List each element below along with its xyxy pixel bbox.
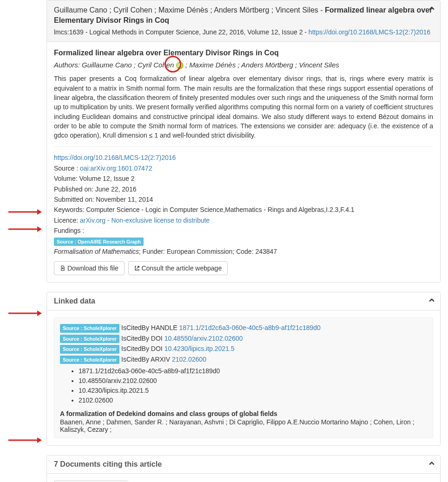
- chevron-up-icon: [429, 461, 435, 466]
- article-panel: Guillaume Cano ; Cyril Cohen ; Maxime Dé…: [46, 0, 441, 283]
- linked-data-title: Linked data: [54, 297, 433, 305]
- orcid-icon[interactable]: iD: [176, 62, 184, 69]
- article-title: Formalized linear algebra over Elementar…: [54, 49, 433, 57]
- authors-line: Authors: Guillaume Cano ; Cyril Cohen iD…: [54, 61, 433, 69]
- scholexplorer-badge: Source : ScholeXplorer: [60, 345, 119, 354]
- fundings-label: Fundings :: [54, 225, 433, 236]
- linked-id-link[interactable]: 1871.1/21d2c6a3-060e-40c5-a8b9-af1f21c18…: [179, 324, 321, 331]
- linked-relation: IsCitedBy DOI: [121, 335, 165, 342]
- submitted-line: Submitted on: November 11, 2014: [54, 194, 433, 205]
- annotation-arrow: [8, 310, 42, 317]
- linked-id-link[interactable]: 10.48550/arxiv.2102.02600: [165, 335, 243, 342]
- svg-marker-3: [37, 226, 42, 232]
- list-item: 10.4230/lipics.itp.2021.5: [79, 386, 427, 396]
- linked-relation: IsCitedBy DOI: [121, 345, 165, 352]
- linked-data-header[interactable]: Linked data: [47, 292, 440, 310]
- chevron-up-icon: [429, 297, 435, 303]
- scholexplorer-badge: Source : ScholeXplorer: [60, 356, 119, 364]
- linked-row: Source : ScholeXplorer IsCitedBy HANDLE …: [60, 323, 427, 333]
- linked-id-link[interactable]: 10.4230/lipics.itp.2021.5: [165, 345, 235, 352]
- collapse-toggle[interactable]: [429, 5, 435, 13]
- fundings-detail: Formalisation of Mathematics; Funder: Eu…: [54, 246, 433, 257]
- linked-id-list: 1871.1/21d2c6a3-060e-40c5-a8b9-af1f21c18…: [60, 366, 427, 405]
- linked-relation: IsCitedBy ARXIV: [121, 356, 172, 363]
- download-button[interactable]: Download this file: [54, 261, 125, 275]
- abstract: This paper presents a Coq formalization …: [54, 74, 433, 140]
- doi-link[interactable]: https://doi.org/10.2168/LMCS-12(2:7)2016: [54, 154, 176, 161]
- header-doi-link[interactable]: https://doi.org/10.2168/LMCS-12(2:7)2016: [309, 28, 430, 36]
- annotation-arrow: [8, 209, 42, 215]
- linked-row: Source : ScholeXplorer IsCitedBy ARXIV 2…: [60, 354, 427, 364]
- licence-link[interactable]: arXiv.org - Non-exclusive license to dis…: [80, 217, 210, 224]
- collapse-toggle[interactable]: [429, 297, 435, 304]
- svg-marker-7: [37, 437, 42, 443]
- header-citation: lmcs:1639 - Logical Methods in Computer …: [54, 28, 433, 37]
- collapse-toggle[interactable]: [429, 460, 435, 468]
- scholexplorer-badge: Source : ScholeXplorer: [60, 324, 119, 333]
- scholexplorer-badge: Source : ScholeXplorer: [60, 335, 119, 343]
- linked-row: Source : ScholeXplorer IsCitedBy DOI 10.…: [60, 333, 427, 343]
- linked-row: Source : ScholeXplorer IsCitedBy DOI 10.…: [60, 343, 427, 354]
- published-line: Published on: June 22, 2016: [54, 184, 433, 194]
- volume-line: Volume: Volume 12, Issue 2: [54, 173, 433, 184]
- header-title: Guillaume Cano ; Cyril Cohen ; Maxime Dé…: [54, 5, 433, 26]
- citing-title: 7 Documents citing this article: [54, 460, 433, 469]
- header-authors: Guillaume Cano ; Cyril Cohen ; Maxime Dé…: [54, 6, 318, 14]
- cited-work-authors: Baanen, Anne ; Dahmen, Sander R. ; Naray…: [60, 418, 427, 433]
- chevron-up-icon: [429, 6, 435, 11]
- article-panel-header: Guillaume Cano ; Cyril Cohen ; Maxime Dé…: [47, 0, 440, 42]
- citing-header[interactable]: 7 Documents citing this article: [47, 456, 440, 474]
- external-link-icon: [134, 265, 140, 271]
- list-item: 2102.02600: [79, 396, 427, 405]
- oai-source-link[interactable]: oai:arXiv.org:1601.07472: [80, 165, 152, 172]
- linked-data-box: Source : ScholeXplorer IsCitedBy HANDLE …: [54, 317, 433, 438]
- divider: [54, 146, 433, 147]
- linked-data-panel: Linked data Source : ScholeXplorer IsCit…: [46, 292, 441, 446]
- svg-marker-5: [37, 310, 42, 316]
- linked-id-link[interactable]: 2102.02600: [172, 356, 206, 363]
- linked-relation: IsCitedBy HANDLE: [121, 324, 179, 331]
- list-item: 10.48550/arxiv.2102.02600: [79, 376, 427, 386]
- consult-button[interactable]: Consult the article webpage: [128, 261, 228, 275]
- openaire-badge: Source : OpenAIRE Research Graph: [54, 238, 144, 246]
- list-item: 1871.1/21d2c6a3-060e-40c5-a8b9-af1f21c18…: [79, 366, 427, 376]
- keywords-line: Keywords: Computer Science - Logic in Co…: [54, 205, 433, 215]
- licence-line: Licence: arXiv.org - Non-exclusive licen…: [54, 215, 433, 225]
- source-line: Source : oai:arXiv.org:1601.07472: [54, 163, 433, 173]
- citing-panel: 7 Documents citing this article Display …: [46, 455, 441, 482]
- cited-work-title: A formalization of Dedekind domains and …: [60, 410, 427, 417]
- annotation-arrow: [8, 437, 42, 443]
- annotation-arrow: [8, 226, 42, 232]
- svg-marker-1: [37, 209, 42, 215]
- download-icon: [60, 265, 66, 271]
- article-panel-body: Formalized linear algebra over Elementar…: [47, 42, 440, 282]
